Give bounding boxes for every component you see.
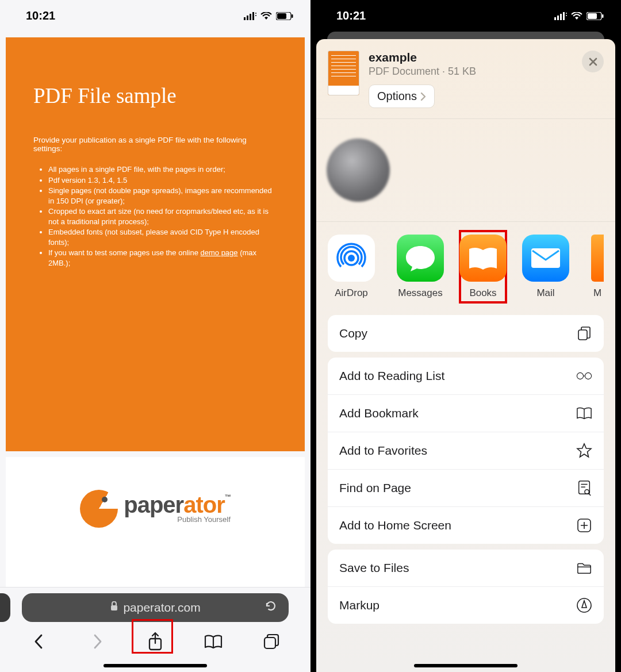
contacts-row[interactable] xyxy=(316,118,615,222)
pdf-page: PDF File sample Provide your publication… xyxy=(6,37,305,451)
action-find-on-page[interactable]: Find on Page xyxy=(328,469,604,506)
pdf-bullet: Single pages (not double page spreads), … xyxy=(48,186,277,206)
action-reading-list[interactable]: Add to Reading List xyxy=(328,358,604,394)
file-meta: PDF Document · 51 KB xyxy=(369,66,573,78)
svg-rect-1 xyxy=(247,16,248,20)
app-airdrop[interactable]: AirDrop xyxy=(328,235,375,299)
action-group-main: Add to Reading List Add Bookmark Add to … xyxy=(328,358,604,544)
app-label: Books xyxy=(469,287,496,299)
pdf-bullet: Cropped to exact art size (no need for c… xyxy=(48,206,277,226)
file-thumbnail xyxy=(328,51,359,95)
reload-icon[interactable] xyxy=(264,600,277,616)
app-mail[interactable]: Mail xyxy=(522,235,569,299)
markup-icon xyxy=(576,597,592,613)
forward-button xyxy=(85,629,109,654)
highlight-share xyxy=(132,619,173,654)
app-more[interactable]: M xyxy=(591,235,604,299)
svg-rect-7 xyxy=(277,13,286,19)
app-messages[interactable]: Messages xyxy=(397,235,444,299)
demo-page-link: demo page xyxy=(201,248,238,257)
svg-rect-19 xyxy=(588,13,597,19)
svg-point-16 xyxy=(566,13,567,14)
phone-safari: 10:21 PDF File sample Provide your publi… xyxy=(0,0,310,672)
svg-point-26 xyxy=(585,373,591,379)
tabs-button[interactable] xyxy=(259,629,283,654)
file-name: example xyxy=(369,51,573,64)
copy-icon xyxy=(576,325,592,341)
app-label: Mail xyxy=(536,287,554,299)
star-icon xyxy=(576,443,592,459)
action-copy[interactable]: Copy xyxy=(328,315,604,352)
books-icon xyxy=(459,235,507,282)
action-label: Find on Page xyxy=(339,481,411,495)
action-group-files: Save to Files Markup xyxy=(328,550,604,624)
options-label: Options xyxy=(377,90,417,103)
bookmarks-button[interactable] xyxy=(201,629,225,654)
mail-icon xyxy=(522,235,569,282)
airdrop-icon xyxy=(328,235,375,282)
app-label: M xyxy=(593,287,601,299)
svg-rect-20 xyxy=(602,14,604,18)
back-button[interactable] xyxy=(27,629,51,654)
sheet-header: example PDF Document · 51 KB Options xyxy=(316,39,615,118)
safari-chrome: paperator.com xyxy=(0,587,310,672)
battery-icon xyxy=(276,12,293,20)
pdf-bullets: All pages in a single PDF file, with the… xyxy=(33,164,277,268)
action-add-favorites[interactable]: Add to Favorites xyxy=(328,432,604,469)
paperator-wordmark: paperator™ xyxy=(124,494,231,515)
pdf-subtitle: Provide your publication as a single PDF… xyxy=(33,136,277,153)
svg-point-28 xyxy=(585,490,589,494)
home-indicator[interactable] xyxy=(414,664,518,667)
action-label: Markup xyxy=(339,598,379,612)
action-markup[interactable]: Markup xyxy=(328,586,604,624)
status-time: 10:21 xyxy=(336,9,366,22)
close-button[interactable] xyxy=(582,51,604,72)
pdf-title: PDF File sample xyxy=(33,83,277,108)
contact-avatar[interactable] xyxy=(327,139,390,202)
url-bar[interactable]: paperator.com xyxy=(22,593,289,622)
cellular-icon xyxy=(244,12,256,20)
plus-square-icon xyxy=(576,517,592,533)
action-label: Copy xyxy=(339,327,367,340)
app-label: Messages xyxy=(398,287,442,299)
status-bar: 10:21 xyxy=(310,0,621,32)
svg-rect-8 xyxy=(292,14,293,18)
svg-point-4 xyxy=(255,13,256,14)
svg-rect-15 xyxy=(563,12,565,20)
pdf-page-next xyxy=(6,560,305,587)
chevron-right-icon xyxy=(420,92,426,101)
action-save-files[interactable]: Save to Files xyxy=(328,550,604,586)
status-time: 10:21 xyxy=(26,9,55,22)
svg-rect-24 xyxy=(578,330,587,340)
action-group-copy: Copy xyxy=(328,315,604,352)
svg-rect-9 xyxy=(111,605,117,610)
paperator-icon xyxy=(80,490,118,528)
svg-rect-13 xyxy=(557,16,559,20)
action-label: Add to Home Screen xyxy=(339,519,451,532)
svg-rect-23 xyxy=(531,248,560,268)
wifi-icon xyxy=(571,12,582,20)
apps-row[interactable]: AirDrop Messages Books Mail xyxy=(316,222,615,309)
cellular-icon xyxy=(554,12,567,20)
tab-sliver[interactable] xyxy=(0,593,10,622)
action-add-home-screen[interactable]: Add to Home Screen xyxy=(328,506,604,544)
svg-rect-11 xyxy=(264,638,275,648)
paperator-logo: paperator™ Publish Yourself xyxy=(80,490,231,528)
action-label: Add Bookmark xyxy=(339,406,419,420)
app-books-highlighted[interactable]: Books xyxy=(459,230,507,304)
svg-rect-12 xyxy=(554,17,556,20)
glasses-icon xyxy=(576,368,592,384)
options-button[interactable]: Options xyxy=(369,85,435,108)
action-label: Add to Favorites xyxy=(339,444,427,458)
svg-rect-3 xyxy=(252,12,254,20)
app-label: AirDrop xyxy=(335,287,368,299)
pdf-viewport[interactable]: PDF File sample Provide your publication… xyxy=(0,32,310,587)
pdf-bullet: If you want to test some pages use the o… xyxy=(48,248,277,268)
svg-rect-2 xyxy=(250,14,251,20)
home-indicator[interactable] xyxy=(103,664,207,667)
close-icon xyxy=(589,57,597,66)
folder-icon xyxy=(576,560,592,576)
svg-point-25 xyxy=(577,373,583,379)
book-icon xyxy=(576,405,592,421)
action-add-bookmark[interactable]: Add Bookmark xyxy=(328,394,604,432)
